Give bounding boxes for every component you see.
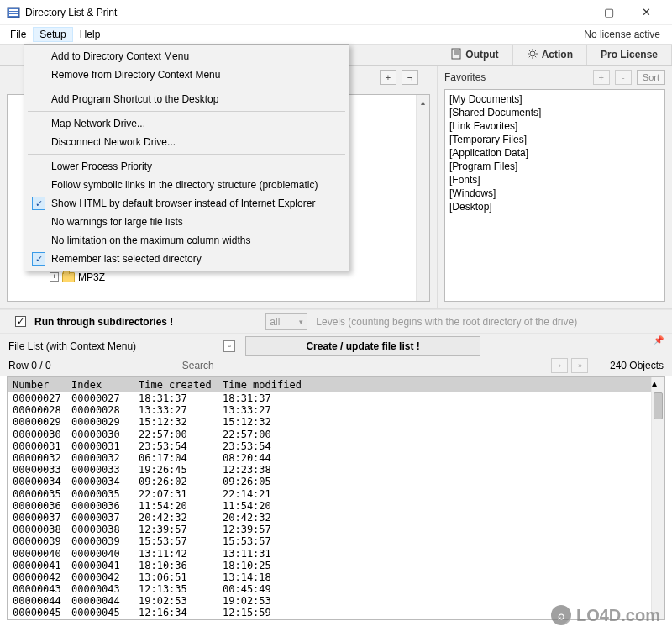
levels-combo[interactable]: all ▾ <box>265 313 307 330</box>
search-label: Search <box>182 360 214 371</box>
grid-row[interactable]: 000000400000004013:11:4213:11:31 <box>8 547 664 559</box>
scroll-up-icon[interactable]: ▴ <box>417 95 429 108</box>
cell-index: 00000043 <box>66 583 134 595</box>
subdirectories-checkbox[interactable]: ✓ <box>15 316 26 327</box>
maximize-button[interactable]: ▢ <box>590 1 627 24</box>
scroll-up-icon[interactable]: ▴ <box>652 377 664 389</box>
svg-rect-4 <box>452 49 460 59</box>
close-button[interactable]: ✕ <box>627 1 665 24</box>
col-time-created[interactable]: Time created <box>134 379 218 391</box>
cell-time-created: 22:57:00 <box>134 429 218 440</box>
cell-index: 00000029 <box>66 416 134 428</box>
svg-line-14 <box>534 55 535 56</box>
grid-row[interactable]: 000000330000003319:26:4512:23:38 <box>8 464 664 476</box>
menu-file[interactable]: File <box>3 27 33 42</box>
col-number[interactable]: Number <box>8 379 66 391</box>
grid-row[interactable]: 000000410000004118:10:3618:10:25 <box>8 560 664 571</box>
grid-row[interactable]: 000000300000003022:57:0022:57:00 <box>8 429 664 440</box>
cell-time-modified: 12:23:38 <box>218 464 664 476</box>
menu-item[interactable]: Remove from Directory Context Menu <box>26 66 347 84</box>
menu-item-label: No warnings for large file lists <box>51 216 183 228</box>
menu-item[interactable]: Lower Process Priority <box>26 157 347 176</box>
nav-prev-button[interactable]: › <box>551 358 568 373</box>
grid-row[interactable]: 000000420000004213:06:5113:14:18 <box>8 571 664 583</box>
menu-item[interactable]: No warnings for large file lists <box>26 213 347 231</box>
favorites-item[interactable]: [Program Files] <box>449 160 660 173</box>
grid-row[interactable]: 000000310000003123:53:5423:53:54 <box>8 440 664 452</box>
expander-icon[interactable]: + <box>50 272 59 282</box>
favorites-item[interactable]: [Application Data] <box>449 146 660 160</box>
watermark-text: LO4D.com <box>576 606 660 625</box>
nav-last-button[interactable]: ›› <box>571 358 588 373</box>
grid-row[interactable]: 000000320000003206:17:0408:20:44 <box>8 452 664 464</box>
tab-action[interactable]: Action <box>513 45 587 65</box>
favorites-item[interactable]: [Windows] <box>449 187 660 200</box>
favorites-item[interactable]: [Temporary Files] <box>449 133 660 146</box>
favorites-add-button[interactable]: + <box>593 70 610 85</box>
favorites-item[interactable]: [Shared Documents] <box>449 106 660 119</box>
grid-row[interactable]: 000000350000003522:07:3122:14:21 <box>8 488 664 500</box>
grid-header[interactable]: Number Index Time created Time modified <box>8 377 664 392</box>
grid-row[interactable]: 000000380000003812:39:5712:39:57 <box>8 524 664 535</box>
menu-help[interactable]: Help <box>73 27 108 42</box>
cell-number: 00000032 <box>8 452 66 464</box>
tree-scrollbar[interactable]: ▴ <box>416 95 429 301</box>
cell-index: 00000030 <box>66 429 134 440</box>
minimize-button[interactable]: — <box>552 1 590 24</box>
svg-rect-2 <box>9 12 18 13</box>
menu-setup[interactable]: Setup <box>33 27 72 42</box>
favorites-remove-button[interactable]: - <box>615 70 632 85</box>
tab-pro-license[interactable]: Pro License <box>587 45 672 65</box>
favorites-list[interactable]: [My Documents][Shared Documents][Link Fa… <box>444 89 665 302</box>
grid-row[interactable]: 000000430000004312:13:3500:45:49 <box>8 583 664 595</box>
grid-row[interactable]: 000000340000003409:26:0209:26:05 <box>8 476 664 487</box>
grid-row[interactable]: 000000280000002813:33:2713:33:27 <box>8 404 664 416</box>
tree-node[interactable]: +MP3Z <box>8 270 416 284</box>
cell-number: 00000028 <box>8 404 66 416</box>
check-icon: ✓ <box>32 197 45 210</box>
favorites-panel: Favorites + - Sort [My Documents][Shared… <box>437 66 672 308</box>
menu-item[interactable]: Follow symbolic links in the directory s… <box>26 176 347 194</box>
menu-item[interactable]: Add to Directory Context Menu <box>26 47 347 66</box>
grid-scrollbar[interactable]: ▴ <box>651 377 664 619</box>
cell-number: 00000035 <box>8 488 66 500</box>
menu-item[interactable]: ✓Remember last selected directory <box>26 250 347 268</box>
menu-item[interactable]: Add Program Shortcut to the Desktop <box>26 90 347 108</box>
app-icon <box>7 6 20 19</box>
cell-time-created: 18:10:36 <box>134 560 218 571</box>
folder-icon <box>62 272 75 282</box>
grid-row[interactable]: 000000390000003915:53:5715:53:57 <box>8 535 664 547</box>
menu-item-label: Add to Directory Context Menu <box>51 50 189 62</box>
cell-time-created: 12:16:34 <box>134 607 218 619</box>
grid-row[interactable]: 000000370000003720:42:3220:42:32 <box>8 512 664 524</box>
add-path-button[interactable]: + <box>380 70 396 85</box>
tab-output[interactable]: Output <box>437 45 512 65</box>
favorites-item[interactable]: [Desktop] <box>449 200 660 213</box>
tab-label: Output <box>465 49 498 61</box>
grid-body[interactable]: 000000270000002718:31:3718:31:3700000028… <box>8 392 664 619</box>
cell-index: 00000036 <box>66 500 134 512</box>
grid-row[interactable]: 000000270000002718:31:3718:31:37 <box>8 392 664 404</box>
favorites-item[interactable]: [Link Favorites] <box>449 119 660 133</box>
create-update-list-button[interactable]: Create / update file list ! <box>245 336 480 356</box>
reset-path-button[interactable]: ¬ <box>402 70 418 85</box>
menu-item[interactable]: Map Network Drive... <box>26 114 347 133</box>
grid-row[interactable]: 000000290000002915:12:3215:12:32 <box>8 416 664 428</box>
cell-time-created: 18:31:37 <box>134 392 218 404</box>
col-index[interactable]: Index <box>66 379 134 391</box>
col-time-modified[interactable]: Time modified <box>218 379 664 391</box>
collapse-button[interactable]: ▫ <box>223 340 235 352</box>
menu-item[interactable]: ✓Show HTML by default browser instead of… <box>26 194 347 213</box>
menu-item[interactable]: No limitation on the maximum column widt… <box>26 231 347 250</box>
svg-rect-1 <box>9 9 18 11</box>
cell-index: 00000038 <box>66 524 134 535</box>
grid-row[interactable]: 000000360000003611:54:2011:54:20 <box>8 500 664 512</box>
favorites-sort-button[interactable]: Sort <box>637 70 665 85</box>
pin-icon[interactable]: 📌 <box>654 335 664 345</box>
cell-number: 00000031 <box>8 440 66 452</box>
favorites-item[interactable]: [Fonts] <box>449 173 660 187</box>
scrollbar-thumb[interactable] <box>654 392 663 419</box>
favorites-item[interactable]: [My Documents] <box>449 92 660 106</box>
menu-item[interactable]: Disconnect Network Drive... <box>26 133 347 151</box>
menu-item-label: Remove from Directory Context Menu <box>51 69 220 81</box>
